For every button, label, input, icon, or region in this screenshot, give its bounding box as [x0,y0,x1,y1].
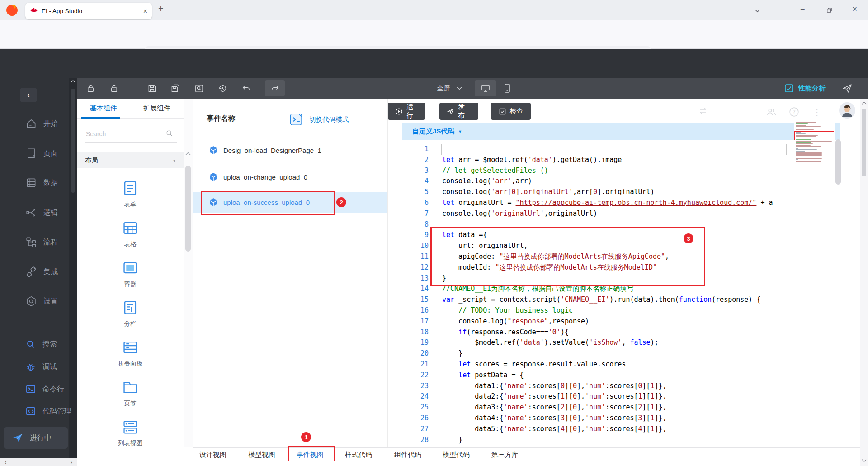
components-scrollbar-thumb[interactable] [185,166,191,252]
scroll-right-icon[interactable]: › [71,459,72,466]
sidebar-item-data[interactable]: 数据 [0,176,69,190]
annotation-badge-step1: 1 [301,432,311,442]
more-kebab-icon[interactable]: ⋮ [812,107,821,118]
lock-icon[interactable] [86,84,95,93]
check-button[interactable]: 检查 [491,103,531,120]
section-layout[interactable]: 布局 ▾ [77,152,184,168]
tab-close-icon[interactable]: × [143,7,147,15]
component-table[interactable]: 表格 [77,219,184,248]
redo-button[interactable] [265,80,285,96]
svg-text:?: ? [793,109,795,115]
event-cube-icon [209,172,218,181]
save-icon[interactable] [147,84,157,93]
tab-model-view[interactable]: 模型视图 [248,451,275,459]
minimap-line [796,151,805,152]
mobile-preview-button[interactable] [503,83,512,93]
component-form[interactable]: 表单 [77,180,184,209]
sidebar-item-pages[interactable]: 页面 [0,147,69,160]
collaboration-users-icon[interactable] [766,106,777,118]
tab-component-code[interactable]: 组件代码 [394,451,421,459]
component-collapse-panel[interactable]: 折叠面板 [77,339,184,368]
tab-extended-components[interactable]: 扩展组件 [143,104,170,113]
run-button[interactable]: 运行 [388,103,425,120]
sidebar-item-settings[interactable]: 设置 [0,295,69,308]
event-row-onload[interactable]: Desig_on-load_DesignerPage_1 [193,140,387,160]
scroll-left-icon[interactable]: ‹ [5,459,6,466]
tab-style-code[interactable]: 样式代码 [345,451,372,459]
components-scrollbar[interactable] [184,99,193,447]
line-number: 11 [402,252,429,262]
browser-tab[interactable]: EI - App Studio × [25,3,152,19]
line-number: 12 [402,262,429,273]
line-number: 8 [402,219,429,230]
history-icon[interactable] [218,84,227,93]
window-close-button[interactable]: × [852,4,857,14]
collapse-panel-icon [122,339,139,356]
code-line: 6let originalUrl = "https://appcube-ai-t… [402,198,840,209]
tab-design-view[interactable]: 设计视图 [199,451,226,459]
sidebar-item-search[interactable]: 搜索 [0,338,69,351]
sidebar-item-start[interactable]: 开始 [0,117,69,130]
desktop-preview-button[interactable] [475,80,496,96]
line-content: console.log('originalUrl',originalUrl) [429,209,597,219]
user-avatar[interactable] [839,102,855,119]
component-columns[interactable]: 分栏 [77,299,184,328]
code-line: 17 console.log("response",response) [402,316,840,327]
sidebar-item-debug[interactable]: 调试 [0,360,69,374]
bug-icon [25,361,36,372]
component-container[interactable]: 容器 [77,259,184,288]
line-content: } [429,435,462,446]
code-editor[interactable]: 12let arr = $model.ref('data').getData()… [402,144,840,447]
tab-list-chevron-icon[interactable] [754,7,761,14]
page-scrollbar-thumb[interactable] [862,109,866,176]
window-restore-button[interactable] [826,7,833,14]
tab-model-code[interactable]: 模型代码 [443,451,470,459]
line-content [429,144,442,155]
search-magnifier-icon[interactable] [165,129,174,138]
screen-caret-icon[interactable] [457,86,462,90]
save-all-icon[interactable] [171,84,180,93]
tab-third-party-lib[interactable]: 第三方库 [491,451,519,459]
screen-size-label[interactable]: 全屏 [437,84,450,93]
line-content: console.log('arr',arr) [429,176,532,187]
switch-code-mode-button[interactable]: 切换代码模式 [289,112,349,127]
component-search-input[interactable] [85,126,177,143]
line-number: 25 [402,402,429,413]
sidebar-item-integration[interactable]: 集成 [0,265,69,279]
sidebar-item-flow[interactable]: 流程 [0,235,69,249]
window-minimize-button[interactable]: − [800,5,805,14]
help-icon[interactable]: ? [788,106,800,118]
publish-button[interactable]: 发布 [439,103,478,120]
undo-icon[interactable] [241,84,251,93]
sidebar-status-in-progress[interactable]: 进行中 [4,427,68,449]
page-scroll-up-icon[interactable] [862,101,867,105]
sidebar-collapse-button[interactable]: ‹ [20,88,37,102]
sidebar-scroll-up-icon[interactable] [71,80,75,83]
send-plane-icon[interactable] [842,83,853,94]
browser-nav-bar: ← → https://appcube.cn-north-4.huaweiclo… [0,20,868,49]
firefox-icon[interactable] [6,4,18,16]
performance-label[interactable]: 性能分析 [798,84,826,93]
event-row-onchange[interactable]: uploa_on-change_upload_0 [193,167,387,187]
find-in-page-icon[interactable] [194,84,204,93]
sidebar-scrollbar-thumb[interactable] [71,89,75,193]
component-tabs[interactable]: 页签 [77,379,184,408]
publish-plane-icon [447,108,454,115]
classic-mode-switch[interactable]: 经典模式 [698,106,741,116]
sidebar-horizontal-scrollbar[interactable]: ‹ › [0,458,77,466]
components-scroll-up-icon[interactable] [185,152,191,156]
sidebar-item-code-management[interactable]: 代码管理 [0,404,69,418]
unlock-icon[interactable] [109,84,119,93]
new-tab-button[interactable]: + [158,4,164,14]
logic-branch-icon [25,207,37,219]
line-content: data5:{'name':scores[4][0],'num':scores[… [429,424,667,435]
minimap[interactable] [794,117,835,195]
sidebar-item-cli[interactable]: 命令行 [0,382,69,396]
component-list-view[interactable]: 列表视图 [77,418,184,447]
page-scroll-down-icon[interactable] [862,459,867,462]
minimap-line [796,126,821,127]
custom-js-header[interactable]: 自定义JS代码 ▼ [402,123,840,140]
editor-scrollbar-thumb[interactable] [835,139,841,185]
tab-basic-components[interactable]: 基本组件 [90,104,117,113]
sidebar-item-logic[interactable]: 逻辑 [0,206,69,219]
